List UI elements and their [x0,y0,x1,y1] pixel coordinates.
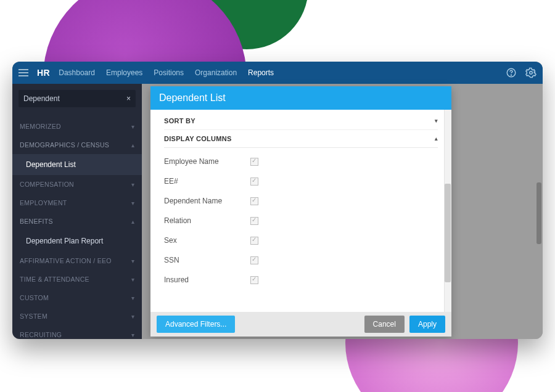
chevron-down-icon: ▾ [131,200,134,206]
column-row-employee-name: Employee Name [164,152,438,171]
help-icon[interactable] [506,67,517,78]
brand-label: HR [37,68,50,78]
sidebar-cat-employment[interactable]: EMPLOYMENT ▾ [12,194,142,212]
sidebar-cat-demographics[interactable]: DEMOGRAPHICS / CENSUS ▴ [12,136,142,154]
topbar: HR Dashboard Employees Positions Organiz… [12,62,543,84]
sidebar-cat-system[interactable]: SYSTEM ▾ [12,307,142,325]
sidebar-cat-recruiting[interactable]: RECRUITING ▾ [12,325,142,339]
sidebar-cat-custom[interactable]: CUSTOM ▾ [12,288,142,307]
gear-icon[interactable] [525,67,536,78]
main-scrollbar[interactable] [536,108,541,325]
dialog-scrollbar-thumb[interactable] [445,184,451,282]
caret-up-icon: ▴ [435,136,438,142]
sidebar-cat-benefits[interactable]: BENEFITS ▴ [12,212,142,231]
column-row-ssn: SSN [164,250,438,270]
checkbox-ssn[interactable] [250,256,258,264]
checkbox-employee-name[interactable] [250,158,258,166]
main-area: Dependent List SORT BY ▾ DISPLAY COLUMNS… [142,84,543,339]
sidebar-cat-compensation[interactable]: COMPENSATION ▾ [12,175,142,194]
divider [164,147,438,148]
checkbox-relation[interactable] [250,217,258,225]
checkbox-sex[interactable] [250,237,258,245]
nav-positions[interactable]: Positions [154,68,184,77]
column-row-insured: Insured [164,270,438,290]
checkbox-ee-number[interactable] [250,178,258,186]
sidebar-cat-aa-eeo[interactable]: AFFIRMATIVE ACTION / EEO ▾ [12,251,142,270]
clear-search-icon[interactable]: × [126,94,131,103]
column-row-ee-number: EE# [164,171,438,191]
sidebar-search[interactable]: Dependent × [18,90,136,107]
column-row-dependent-name: Dependent Name [164,191,438,211]
section-sort-by[interactable]: SORT BY ▾ [164,116,438,129]
nav-reports[interactable]: Reports [248,68,274,77]
sidebar-cat-memorized[interactable]: MEMORIZED ▾ [12,117,142,136]
main-scrollbar-thumb[interactable] [536,182,541,244]
dialog-scrollbar-track[interactable] [444,110,451,312]
dialog-body: SORT BY ▾ DISPLAY COLUMNS ▴ Employee Nam… [150,110,451,312]
chevron-down-icon: ▾ [131,258,134,264]
nav-dashboard[interactable]: Dashboard [59,68,95,77]
cancel-button[interactable]: Cancel [364,316,405,333]
checkbox-dependent-name[interactable] [250,197,258,205]
svg-point-1 [511,75,512,75]
chevron-up-icon: ▴ [131,142,134,149]
chevron-down-icon: ▾ [131,123,134,130]
caret-down-icon: ▾ [435,118,438,124]
apply-button[interactable]: Apply [409,316,445,333]
chevron-up-icon: ▴ [131,218,134,225]
chevron-down-icon: ▾ [131,313,134,320]
chevron-down-icon: ▾ [131,332,134,338]
advanced-filters-button[interactable]: Advanced Filters... [157,316,235,333]
nav-organization[interactable]: Organization [195,68,237,77]
chevron-down-icon: ▾ [131,295,134,301]
chevron-down-icon: ▾ [131,276,134,283]
report-config-dialog: Dependent List SORT BY ▾ DISPLAY COLUMNS… [150,86,451,337]
svg-point-2 [530,71,533,75]
menu-icon[interactable] [18,69,28,76]
app-window: HR Dashboard Employees Positions Organiz… [12,62,543,339]
top-nav: Dashboard Employees Positions Organizati… [59,68,274,77]
column-row-sex: Sex [164,231,438,250]
dialog-footer: Advanced Filters... Cancel Apply [150,312,451,337]
sidebar-item-dependent-list[interactable]: Dependent List [12,154,142,175]
sidebar-search-value: Dependent [23,94,60,103]
column-row-relation: Relation [164,211,438,231]
sidebar-cat-time-attendance[interactable]: TIME & ATTENDANCE ▾ [12,270,142,288]
dialog-title: Dependent List [150,86,451,110]
sidebar-item-dependent-plan-report[interactable]: Dependent Plan Report [12,231,142,251]
section-display-columns[interactable]: DISPLAY COLUMNS ▴ [164,129,438,147]
chevron-down-icon: ▾ [131,181,134,188]
nav-employees[interactable]: Employees [106,68,142,77]
checkbox-insured[interactable] [250,276,258,284]
reports-sidebar: Dependent × MEMORIZED ▾ DEMOGRAPHICS / C… [12,84,142,339]
